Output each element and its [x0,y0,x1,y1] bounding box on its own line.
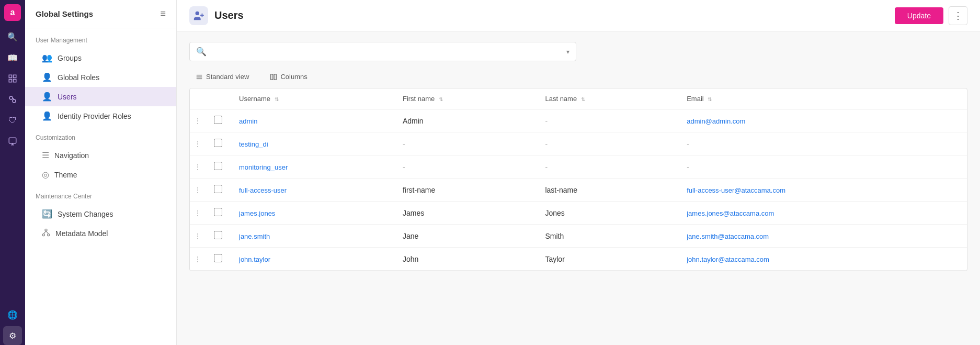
row-select-checkbox[interactable] [214,139,222,147]
users-icon: 👤 [42,92,52,102]
username-sort-icon[interactable]: ⇅ [275,96,279,102]
col-email: Email ⇅ [678,88,967,109]
svg-rect-2 [9,80,12,82]
settings-nav-icon[interactable]: ⚙ [3,326,22,345]
section-user-management: User Management [25,28,176,48]
section-maintenance-center: Maintenance Center [25,184,176,204]
icon-nav: a 🔍 📖 🛡 🌐 ⚙ [0,0,25,345]
more-options-button[interactable]: ⋮ [949,6,967,25]
row-more-icon[interactable]: ⋮ [190,109,206,132]
table-row: ⋮ john.taylor John Taylor john.taylor@at… [190,248,967,271]
standard-view-button[interactable]: Standard view [189,70,255,84]
main-header: Users Update ⋮ [177,0,980,31]
lastname-cell: - [537,132,678,155]
search-icon: 🔍 [196,47,207,57]
row-more-icon[interactable]: ⋮ [190,248,206,271]
sidebar-item-global-roles[interactable]: 👤 Global Roles [25,68,176,87]
table-row: ⋮ jane.smith Jane Smith jane.smith@atacc… [190,225,967,248]
sidebar-item-global-roles-label: Global Roles [58,73,99,82]
data-quality-nav-icon[interactable] [3,90,22,109]
row-more-icon[interactable]: ⋮ [190,155,206,179]
email-value: john.taylor@ataccama.com [687,255,769,263]
sidebar-item-groups[interactable]: 👥 Groups [25,48,176,68]
standard-view-label: Standard view [206,73,249,81]
row-checkbox-cell [206,109,231,132]
svg-rect-20 [275,74,277,80]
metadata-model-icon [42,228,50,239]
row-more-icon[interactable]: ⋮ [190,225,206,248]
book-nav-icon[interactable]: 📖 [3,48,22,67]
firstname-cell: Jane [394,225,537,248]
row-more-icon[interactable]: ⋮ [190,132,206,155]
lastname-cell: Taylor [537,248,678,271]
sidebar-item-system-changes-label: System Changes [58,210,113,218]
system-changes-icon: 🔄 [42,209,52,219]
row-select-checkbox[interactable] [214,208,222,216]
row-select-checkbox[interactable] [214,231,222,239]
svg-point-15 [196,11,199,15]
sidebar-item-users[interactable]: 👤 Users [25,87,176,106]
row-select-checkbox[interactable] [214,185,222,193]
search-bar: 🔍 ▾ [189,42,576,61]
shield-nav-icon[interactable]: 🛡 [3,111,22,130]
sidebar-item-identity-provider-roles[interactable]: 👤 Identity Provider Roles [25,106,176,126]
username-cell: jane.smith [231,225,394,248]
sidebar-item-navigation-label: Navigation [54,151,89,160]
username-cell: james.jones [231,202,394,225]
row-checkbox-cell [206,248,231,271]
page-title: Users [214,9,244,21]
username-link[interactable]: monitoring_user [239,163,288,171]
sidebar-item-theme[interactable]: ◎ Theme [25,165,176,184]
username-cell: testing_di [231,132,394,155]
row-select-checkbox[interactable] [214,162,222,170]
username-link[interactable]: jane.smith [239,232,270,240]
columns-icon [270,73,277,81]
row-more-icon[interactable]: ⋮ [190,179,206,202]
sidebar-item-system-changes[interactable]: 🔄 System Changes [25,204,176,224]
lastname-value: Jones [545,209,564,217]
username-link[interactable]: full-access-user [239,186,287,194]
email-value: james.jones@ataccama.com [687,209,774,217]
columns-button[interactable]: Columns [264,70,313,84]
firstname-value: James [403,209,424,217]
svg-line-14 [46,231,49,233]
app-logo[interactable]: a [4,4,21,21]
username-link[interactable]: testing_di [239,140,268,148]
search-chevron-icon[interactable]: ▾ [566,48,569,55]
sidebar-item-groups-label: Groups [58,54,82,62]
sidebar-menu-icon[interactable]: ≡ [160,8,166,19]
firstname-value: first-name [403,186,435,194]
svg-point-12 [48,234,50,236]
row-select-checkbox[interactable] [214,116,222,124]
catalog-nav-icon[interactable] [3,69,22,88]
lastname-sort-icon[interactable]: ⇅ [581,96,585,102]
search-nav-icon[interactable]: 🔍 [3,27,22,46]
content-area: 🔍 ▾ Standard view Columns [177,31,980,345]
row-checkbox-cell [206,155,231,179]
svg-point-4 [9,96,13,99]
firstname-cell: - [394,132,537,155]
firstname-sort-icon[interactable]: ⇅ [439,96,443,102]
row-select-checkbox[interactable] [214,254,222,262]
email-cell: - [678,155,967,179]
globe-nav-icon[interactable]: 🌐 [3,305,22,324]
svg-rect-1 [14,75,16,77]
username-cell: john.taylor [231,248,394,271]
sidebar-item-metadata-model[interactable]: Metadata Model [25,224,176,243]
svg-rect-19 [271,74,273,80]
monitor-nav-icon[interactable] [3,132,22,151]
search-input[interactable] [211,48,562,56]
sidebar-item-navigation[interactable]: ☰ Navigation [25,146,176,165]
username-link[interactable]: john.taylor [239,255,270,263]
row-more-icon[interactable]: ⋮ [190,202,206,225]
username-link[interactable]: admin [239,117,257,125]
email-sort-icon[interactable]: ⇅ [708,96,712,102]
users-table: Username ⇅ First name ⇅ Last name ⇅ Em [190,88,967,271]
lastname-cell: - [537,109,678,132]
email-value: - [687,140,689,148]
table-row: ⋮ full-access-user first-name last-name … [190,179,967,202]
username-link[interactable]: james.jones [239,209,275,217]
sidebar-item-idp-roles-label: Identity Provider Roles [58,112,131,120]
global-roles-icon: 👤 [42,72,52,82]
update-button[interactable]: Update [895,7,943,24]
